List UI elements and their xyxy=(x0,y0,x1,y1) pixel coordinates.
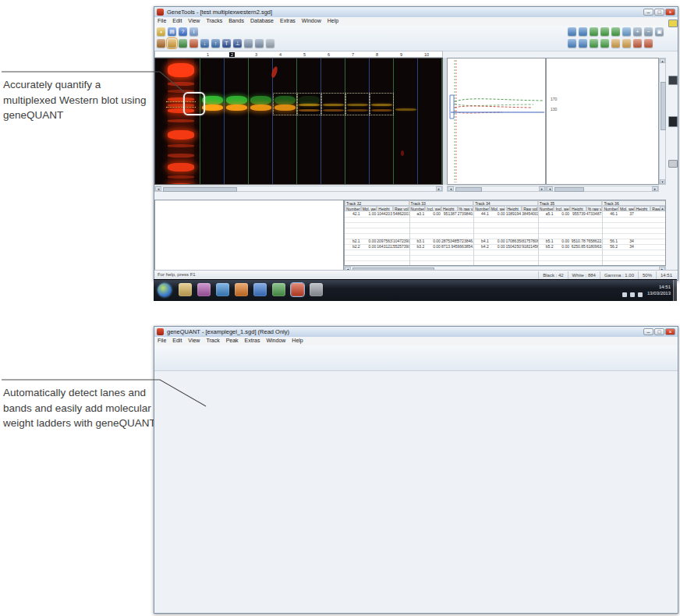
media-player-icon[interactable] xyxy=(197,283,211,296)
track-label-4[interactable]: 4 xyxy=(278,52,283,57)
menu-edit[interactable]: Edit xyxy=(169,337,185,344)
track-label-10[interactable]: 10 xyxy=(423,52,430,57)
layout-icon[interactable] xyxy=(622,27,631,36)
stamp-icon-1[interactable] xyxy=(244,39,253,48)
image-thumb-icon[interactable] xyxy=(668,116,678,127)
scroll-left-arrow[interactable]: ◄ xyxy=(448,186,454,191)
taskbar-clock[interactable]: 14:5113/03/2013 xyxy=(647,284,671,296)
menu-help[interactable]: Help xyxy=(289,337,306,344)
scroll-right-arrow[interactable]: ► xyxy=(436,186,442,191)
profile-graph-panel[interactable] xyxy=(447,58,546,185)
scroll-left-arrow[interactable]: ◄ xyxy=(547,186,553,191)
title-bar[interactable]: geneQUANT - [examplegel_1.sgd] (Read Onl… xyxy=(154,327,678,338)
scroll-right-arrow[interactable]: ► xyxy=(652,186,658,191)
scroll-right-arrow[interactable]: ► xyxy=(539,186,545,191)
menu-extras[interactable]: Extras xyxy=(277,17,299,24)
mw-calib-icon[interactable] xyxy=(611,27,620,36)
insert-band-icon[interactable]: ↓ xyxy=(200,39,209,48)
report-icon[interactable] xyxy=(633,39,642,48)
collapse-button[interactable] xyxy=(668,160,678,168)
save-icon[interactable]: ▤ xyxy=(168,27,176,36)
thumbnail-strip-icon[interactable] xyxy=(668,19,678,27)
explorer-icon[interactable] xyxy=(179,283,192,296)
text-tool-icon[interactable]: T xyxy=(222,39,231,48)
band-edit-icon[interactable] xyxy=(189,39,198,48)
blot-image-panel[interactable] xyxy=(154,58,443,185)
profile-view-icon-2[interactable] xyxy=(579,27,587,36)
office-app-icon[interactable] xyxy=(235,283,248,296)
edit-bands-icon[interactable] xyxy=(579,39,587,48)
menu-edit[interactable]: Edit xyxy=(169,17,185,24)
genetools-app-icon[interactable] xyxy=(291,283,304,296)
labels-hscrollbar[interactable]: ◄► xyxy=(546,186,659,192)
open-icon[interactable]: ◗ xyxy=(157,27,165,36)
zoom-out-icon[interactable]: − xyxy=(644,27,653,36)
track-label-6[interactable]: 6 xyxy=(326,52,331,57)
tray-volume-icon[interactable] xyxy=(638,292,643,297)
graphs-vscrollbar[interactable]: ▲▼ xyxy=(659,58,666,185)
table-row[interactable] xyxy=(345,260,666,266)
start-button[interactable] xyxy=(158,283,172,297)
mw-label-panel[interactable]: 170130 xyxy=(546,58,659,185)
minimize-button[interactable]: – xyxy=(643,9,653,16)
blot-hscrollbar[interactable]: ◄► xyxy=(154,186,443,192)
close-button[interactable]: × xyxy=(665,328,675,335)
band-detect-icon[interactable] xyxy=(179,39,187,48)
menu-tracks[interactable]: Tracks xyxy=(203,17,225,24)
info-icon[interactable]: i xyxy=(189,27,198,36)
menu-database[interactable]: Database xyxy=(247,17,277,24)
columns-icon[interactable] xyxy=(611,39,620,48)
table-scroll-up[interactable]: ▲ xyxy=(660,206,665,211)
scroll-thumb[interactable] xyxy=(661,82,666,130)
track-label-2[interactable]: 2 xyxy=(229,52,235,57)
maximize-button[interactable]: □ xyxy=(654,328,664,335)
help-icon[interactable]: ? xyxy=(179,27,187,36)
quantity-calib-icon-2[interactable] xyxy=(600,27,609,36)
menu-help[interactable]: Help xyxy=(324,17,342,24)
menu-view[interactable]: View xyxy=(185,337,203,344)
scroll-up-arrow[interactable]: ▲ xyxy=(660,58,665,63)
menu-bands[interactable]: Bands xyxy=(225,17,247,24)
columns-icon-2[interactable] xyxy=(622,39,631,48)
zoom-in-icon[interactable]: + xyxy=(633,27,642,36)
menu-window[interactable]: Window xyxy=(299,17,324,24)
profile-view-icon[interactable] xyxy=(568,27,576,36)
minimize-button[interactable]: – xyxy=(643,328,653,335)
track-grid-icon[interactable] xyxy=(168,39,176,48)
camera-icon[interactable] xyxy=(668,76,678,85)
title-bar[interactable]: GeneTools - [test multiplexwestern2.sgd]… xyxy=(154,7,678,18)
tray-network-icon[interactable] xyxy=(630,292,635,297)
network-app-icon[interactable] xyxy=(253,283,267,296)
quantity-calib-icon[interactable] xyxy=(590,27,598,36)
internet-explorer-icon[interactable] xyxy=(216,283,229,296)
scroll-down-arrow[interactable]: ▼ xyxy=(660,179,665,184)
menu-window[interactable]: Window xyxy=(263,337,289,344)
chart-icon-2[interactable] xyxy=(600,39,609,48)
lane-tool-icon[interactable] xyxy=(157,39,165,48)
menu-track[interactable]: Track xyxy=(203,337,222,344)
show-desktop-button[interactable] xyxy=(673,280,677,301)
track-label-1[interactable]: 1 xyxy=(205,52,211,57)
menu-extras[interactable]: Extras xyxy=(242,337,264,344)
edit-lanes-icon[interactable] xyxy=(568,39,576,48)
chart-icon[interactable] xyxy=(590,39,598,48)
scroll-left-arrow[interactable]: ◄ xyxy=(155,186,161,191)
menu-view[interactable]: View xyxy=(185,17,203,24)
scroll-thumb[interactable] xyxy=(163,187,237,192)
delete-band-icon[interactable]: ↑ xyxy=(211,39,220,48)
profile-hscrollbar[interactable]: ◄► xyxy=(447,186,546,192)
track-label-5[interactable]: 5 xyxy=(302,52,307,57)
stamp-icon-2[interactable] xyxy=(255,39,264,48)
anchor-tool-icon[interactable]: ⊥ xyxy=(233,39,242,48)
menu-file[interactable]: File xyxy=(154,337,169,344)
zoom-area-icon[interactable]: ▣ xyxy=(655,27,664,36)
maximize-button[interactable]: □ xyxy=(654,9,664,16)
green-app-icon[interactable] xyxy=(272,283,285,296)
tray-up-arrow-icon[interactable] xyxy=(622,292,627,297)
menu-file[interactable]: File xyxy=(154,17,169,24)
recycle-app-icon[interactable] xyxy=(310,283,323,296)
scroll-thumb[interactable] xyxy=(554,187,584,192)
track-label-8[interactable]: 8 xyxy=(374,52,380,57)
stamp-icon-3[interactable] xyxy=(266,39,274,48)
menu-peak[interactable]: Peak xyxy=(223,337,242,344)
